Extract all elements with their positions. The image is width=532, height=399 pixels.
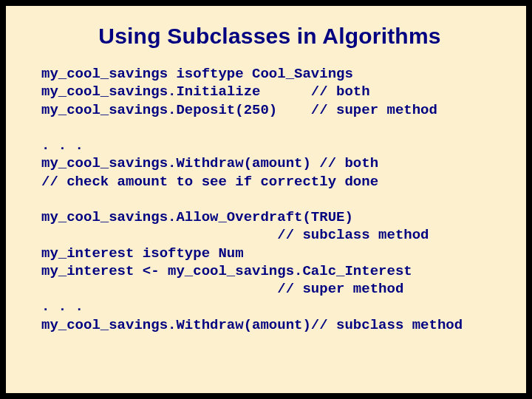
code-block-1: my_cool_savings isoftype Cool_Savings my… xyxy=(41,65,498,119)
code-block-2: . . . my_cool_savings.Withdraw(amount) /… xyxy=(41,137,498,191)
slide-title: Using Subclasses in Algorithms xyxy=(41,24,498,49)
slide: Using Subclasses in Algorithms my_cool_s… xyxy=(6,6,526,393)
code-block-3: my_cool_savings.Allow_Overdraft(TRUE) //… xyxy=(41,208,498,334)
